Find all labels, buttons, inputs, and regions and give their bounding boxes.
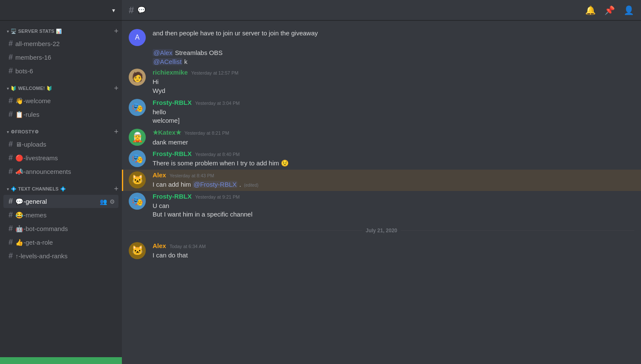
avatar[interactable]: 🎭 — [129, 193, 146, 210]
category-header-server-stats[interactable]: ▾🖥️ SERVER STATS 📊+ — [0, 27, 122, 37]
channel-item-livestreams[interactable]: #🔴-livestreams — [3, 151, 118, 165]
channel-hash-icon: # — [9, 140, 13, 149]
message-text: I can do that — [153, 251, 634, 260]
message-author[interactable]: Alex — [153, 171, 166, 179]
date-divider-text: July 21, 2020 — [366, 228, 397, 234]
chevron-icon: ▾ — [7, 86, 9, 91]
message-group: 🐱AlexToday at 6:34 AMI can do that — [122, 240, 641, 262]
add-member-icon[interactable]: 👥 — [100, 198, 107, 205]
message-text: There is some problem when I try to add … — [153, 159, 634, 168]
category-server-stats: ▾🖥️ SERVER STATS 📊+#all-members-22#membe… — [0, 27, 122, 78]
chevron-icon: ▾ — [7, 187, 9, 191]
channel-item-welcome-ch[interactable]: #👋-welcome — [3, 94, 118, 107]
message-author[interactable]: richiexmike — [153, 69, 188, 76]
chevron-down-icon: ▾ — [112, 7, 115, 14]
chevron-icon: ▾ — [7, 130, 9, 134]
message-author[interactable]: Frosty-RBLX — [153, 193, 192, 200]
category-name: 💠 TEXT CHANNELS 💠 — [11, 186, 66, 192]
server-header[interactable]: ▾ — [0, 0, 122, 20]
channel-item-rules[interactable]: #📋-rules — [3, 108, 118, 121]
avatar[interactable]: 🐱 — [129, 171, 146, 188]
message-group: Aand then people have to join ur server … — [122, 27, 641, 48]
category-welcome: ▾🔰 WELCOME! 🔰+#👋-welcome#📋-rules — [0, 84, 122, 121]
members-icon[interactable]: 👤 — [624, 5, 634, 15]
message-group: 🎭Frosty-RBLXYesterday at 8:40 PMThere is… — [122, 148, 641, 170]
avatar[interactable]: 🎭 — [129, 99, 146, 116]
category-header-text-channels[interactable]: ▾💠 TEXT CHANNELS 💠+ — [0, 185, 122, 194]
channel-name: 😂-memes — [15, 211, 115, 219]
channel-hash-icon: # — [9, 197, 13, 206]
message-text: U can — [153, 202, 634, 211]
channel-item-general[interactable]: #💬-general👥⚙ — [3, 195, 118, 208]
message-timestamp: Yesterday at 3:04 PM — [195, 101, 240, 106]
channel-name: 📣-announcements — [15, 168, 115, 176]
messages-container: Aand then people have to join ur server … — [122, 20, 641, 364]
message-group: 🧑richiexmikeYesterday at 12:57 PMHiWyd — [122, 67, 641, 97]
message-author[interactable]: ★Katex★ — [153, 129, 181, 136]
avatar[interactable]: 🧑 — [129, 69, 146, 86]
channel-hash-icon: # — [9, 66, 13, 75]
channel-name: ↑-levels-and-ranks — [15, 252, 115, 260]
category-header-welcome[interactable]: ▾🔰 WELCOME! 🔰+ — [0, 84, 122, 94]
channel-name: 💬-general — [15, 198, 97, 205]
channel-item-get-a-role[interactable]: #👍-get-a-role — [3, 236, 118, 249]
edited-tag: (edited) — [243, 183, 259, 188]
channel-hash-icon: # — [9, 153, 13, 162]
chevron-icon: ▾ — [7, 29, 9, 34]
mention[interactable]: @Frosty-RBLX — [193, 181, 237, 188]
channel-item-members[interactable]: #members-16 — [3, 51, 118, 64]
message-text: hello — [153, 108, 634, 117]
avatar[interactable]: 🧝 — [129, 129, 146, 146]
channel-item-all-members[interactable]: #all-members-22 — [3, 37, 118, 50]
channel-item-announcements[interactable]: #📣-announcements — [3, 165, 118, 178]
channel-item-memes[interactable]: #😂-memes — [3, 208, 118, 222]
add-channel-button[interactable]: + — [114, 84, 118, 92]
message-group: 🎭Frosty-RBLXYesterday at 3:04 PMhellowel… — [122, 97, 641, 127]
category-header-frosty[interactable]: ▾⚙FROSTY⚙+ — [0, 128, 122, 137]
channel-name: 🤖-bot-commands — [15, 225, 115, 233]
channel-item-bot-commands[interactable]: #🤖-bot-commands — [3, 222, 118, 235]
mention[interactable]: @Alex — [153, 49, 173, 56]
message-text: Hi — [153, 78, 634, 87]
add-channel-button[interactable]: + — [114, 27, 118, 35]
channel-hash-icon: # — [9, 110, 13, 119]
message-author[interactable]: Frosty-RBLX — [153, 150, 192, 157]
message-timestamp: Yesterday at 9:21 PM — [195, 194, 240, 199]
message-text: But I want him in a specific channel — [153, 210, 634, 219]
message-text: @Alex Streamlabs OBS@ACellist k — [153, 49, 634, 66]
message-author[interactable]: Frosty-RBLX — [153, 99, 192, 106]
message-timestamp: Yesterday at 8:43 PM — [170, 173, 214, 178]
mention[interactable]: @ACellist — [153, 58, 182, 65]
header-actions: 🔔 📌 👤 — [585, 5, 634, 15]
avatar[interactable]: A — [129, 29, 146, 46]
channel-name: all-members-22 — [15, 40, 115, 47]
message-text: welcome] — [153, 116, 634, 125]
channel-item-levels-and-ranks[interactable]: #↑-levels-and-ranks — [3, 249, 118, 263]
message-text: Wyd — [153, 87, 634, 95]
avatar[interactable]: 🎭 — [129, 150, 146, 167]
unread-bar[interactable] — [0, 357, 122, 364]
channel-hash-icon: # — [9, 251, 13, 260]
channel-item-bots[interactable]: #bots-6 — [3, 64, 118, 78]
category-frosty: ▾⚙FROSTY⚙+#🖥-uploads#🔴-livestreams#📣-ann… — [0, 128, 122, 178]
pin-icon[interactable]: 📌 — [604, 5, 615, 15]
sidebar: ▾ ▾🖥️ SERVER STATS 📊+#all-members-22#mem… — [0, 0, 122, 364]
add-channel-button[interactable]: + — [114, 128, 118, 136]
message-continuation: @Alex Streamlabs OBS@ACellist k — [122, 48, 641, 67]
avatar[interactable]: 🐱 — [129, 242, 146, 259]
message-timestamp: Today at 6:34 AM — [170, 244, 206, 249]
channel-name: bots-6 — [15, 67, 115, 75]
channel-item-uploads[interactable]: #🖥-uploads — [3, 138, 118, 151]
channel-hash-icon: # — [9, 53, 13, 62]
date-divider: July 21, 2020 — [122, 221, 641, 240]
message-group: 🐱AlexYesterday at 8:43 PMI can add him @… — [122, 170, 641, 191]
channel-hash-icon: # — [9, 224, 13, 233]
category-name: 🔰 WELCOME! 🔰 — [11, 86, 52, 91]
notifications-icon[interactable]: 🔔 — [585, 5, 596, 15]
add-channel-button[interactable]: + — [114, 185, 118, 193]
settings-icon[interactable]: ⚙ — [110, 198, 115, 205]
channel-hash-icon: # — [9, 39, 13, 48]
message-group: 🧝★Katex★Yesterday at 8:21 PMdank memer — [122, 127, 641, 149]
message-author[interactable]: Alex — [153, 242, 166, 249]
message-timestamp: Yesterday at 8:40 PM — [195, 152, 240, 157]
